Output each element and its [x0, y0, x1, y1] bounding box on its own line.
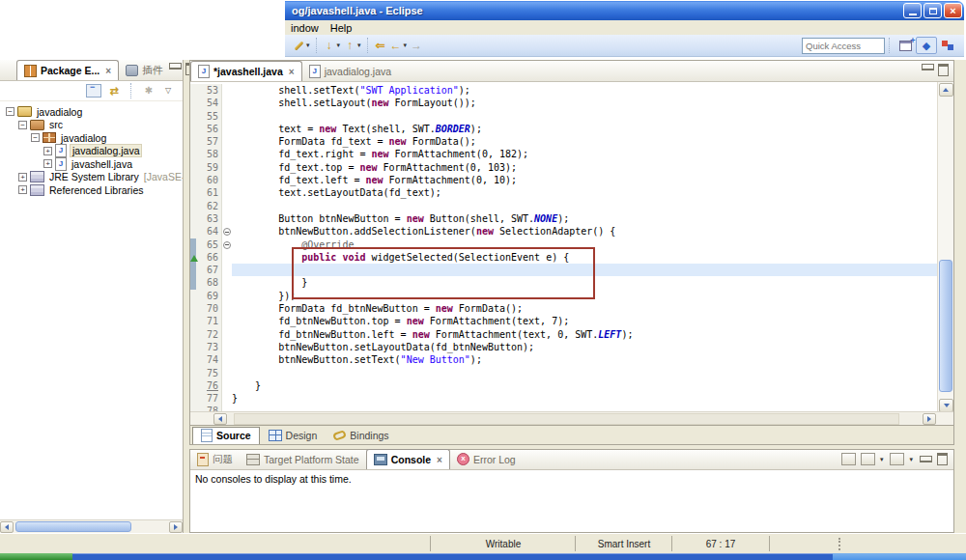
tab-design[interactable]: Design	[261, 427, 326, 444]
code-line[interactable]: 61 text.setLayoutData(fd_text);	[190, 186, 937, 199]
code-line[interactable]: 59 fd_text.top = new FormAttachment(0, 1…	[190, 161, 937, 174]
scroll-left-icon[interactable]	[0, 521, 14, 533]
tab-package-explorer[interactable]: Package E... ×	[16, 60, 119, 80]
maximize-editor-icon[interactable]	[938, 64, 949, 76]
code-line[interactable]: 73 btnNewButton.setLayoutData(fd_btnNewB…	[190, 341, 937, 353]
scroll-left-icon[interactable]	[213, 413, 227, 425]
tab-bindings[interactable]: Bindings	[326, 427, 396, 444]
code-editor[interactable]: 53 shell.setText("SWT Application");54 s…	[190, 82, 953, 411]
dropdown-caret-icon[interactable]: ▾	[357, 42, 361, 49]
tab-target-platform-state[interactable]: Target Platform State	[240, 449, 366, 469]
start-button-edge[interactable]	[0, 553, 72, 560]
pin-console-icon[interactable]	[841, 453, 856, 465]
code-text[interactable]	[232, 110, 937, 123]
editor-hscrollbar[interactable]	[190, 411, 953, 425]
code-line[interactable]: 63 Button btnNewButton = new Button(shel…	[190, 212, 937, 225]
collapse-icon[interactable]: −	[31, 133, 40, 142]
maximize-view-icon[interactable]	[937, 453, 948, 465]
collapse-region-icon[interactable]	[223, 241, 231, 249]
code-text[interactable]: shell.setLayout(new FormLayout());	[232, 97, 937, 109]
scroll-right-icon[interactable]	[923, 413, 936, 425]
menu-help[interactable]: Help	[325, 22, 358, 34]
tree-item[interactable]: +Jjavashell.java	[0, 157, 183, 171]
code-text[interactable]	[232, 405, 937, 411]
dropdown-caret-icon[interactable]: ▾	[306, 42, 310, 49]
scroll-up-icon[interactable]	[939, 83, 953, 97]
open-console-icon[interactable]	[890, 453, 904, 465]
collapse-all-icon[interactable]	[86, 84, 101, 98]
close-tab-icon[interactable]: ×	[437, 455, 442, 465]
dropdown-caret-icon[interactable]: ▾	[337, 42, 341, 49]
code-line[interactable]: 62	[190, 200, 937, 212]
vscroll-thumb[interactable]	[939, 260, 952, 392]
code-text[interactable]: text.setLayoutData(fd_text);	[232, 186, 937, 199]
view-menu-icon[interactable]: ▽	[161, 85, 175, 97]
windows-taskbar[interactable]	[0, 553, 966, 560]
last-edit-location-icon[interactable]	[291, 38, 306, 53]
hscroll-thumb[interactable]	[15, 521, 131, 532]
code-line[interactable]: 70 FormData fd_btnNewButton = new FormDa…	[190, 302, 937, 315]
tab-javadialog[interactable]: J javadialog.java	[302, 61, 398, 81]
code-line[interactable]: 54 shell.setLayout(new FormLayout());	[190, 97, 937, 109]
quick-access-input[interactable]	[802, 38, 885, 54]
code-line[interactable]: 72 fd_btnNewButton.left = new FormAttach…	[190, 328, 937, 341]
expand-icon[interactable]: +	[18, 173, 27, 182]
collapse-icon[interactable]: −	[18, 121, 27, 129]
code-line[interactable]: 71 fd_btnNewButton.top = new FormAttachm…	[190, 315, 937, 327]
display-selected-console-icon[interactable]	[861, 453, 875, 465]
code-line[interactable]: 60 fd_text.left = new FormAttachment(0, …	[190, 174, 937, 186]
code-text[interactable]: text = new Text(shell, SWT.BORDER);	[232, 123, 937, 135]
tree-item[interactable]: +Jjavadialog.java	[0, 145, 183, 158]
editor-vscrollbar[interactable]	[937, 82, 953, 411]
next-annotation-icon[interactable]: ↓	[322, 38, 337, 53]
code-text[interactable]: fd_text.right = new FormAttachment(0, 18…	[232, 148, 937, 160]
back-icon[interactable]: ←	[388, 38, 404, 53]
minimize-editor-icon[interactable]	[922, 64, 934, 70]
link-with-editor-icon[interactable]: ⇄	[107, 85, 121, 97]
code-line[interactable]: 76 }	[190, 379, 937, 392]
back-history-icon[interactable]: ⇐	[373, 38, 388, 53]
focus-icon[interactable]: ✱	[142, 85, 156, 97]
code-line[interactable]: 64 btnNewButton.addSelectionListener(new…	[190, 225, 937, 238]
code-text[interactable]: }	[232, 379, 937, 392]
code-line[interactable]: 56 text = new Text(shell, SWT.BORDER);	[190, 123, 937, 135]
forward-icon[interactable]: →	[409, 38, 424, 53]
tree-item[interactable]: −javadialog	[0, 105, 183, 119]
tree-item[interactable]: −javadialog	[0, 131, 183, 145]
previous-annotation-icon[interactable]: ↑	[342, 38, 357, 53]
window-titlebar[interactable]: og/javashell.java - Eclipse ×	[285, 1, 964, 20]
code-line[interactable]: 78	[190, 405, 937, 411]
javaee-perspective-button[interactable]	[937, 37, 958, 54]
open-perspective-button[interactable]	[895, 37, 916, 54]
tree-item[interactable]: +Referenced Libraries	[0, 183, 183, 197]
code-text[interactable]: btnNewButton.setLayoutData(fd_btnNewButt…	[232, 341, 937, 353]
tab-source[interactable]: Source	[192, 427, 260, 444]
dropdown-caret-icon[interactable]: ▾	[880, 456, 884, 463]
code-text[interactable]	[232, 200, 937, 212]
expand-icon[interactable]: +	[18, 185, 27, 194]
code-text[interactable]: btnNewButton.addSelectionListener(new Se…	[232, 225, 937, 238]
code-text[interactable]: FormData fd_btnNewButton = new FormData(…	[232, 302, 937, 315]
fold-margin[interactable]	[222, 225, 232, 238]
code-text[interactable]: FormData fd_text = new FormData();	[232, 135, 937, 148]
minimize-view-icon[interactable]	[920, 456, 932, 462]
code-text[interactable]: Button btnNewButton = new Button(shell, …	[232, 212, 937, 225]
code-text[interactable]: shell.setText("SWT Application");	[232, 84, 937, 97]
code-line[interactable]: 58 fd_text.right = new FormAttachment(0,…	[190, 148, 937, 160]
code-line[interactable]: 55	[190, 110, 937, 123]
code-line[interactable]: 53 shell.setText("SWT Application");	[190, 84, 937, 97]
close-tab-icon[interactable]: ×	[289, 67, 295, 77]
statusbar-handle-icon[interactable]	[838, 538, 842, 550]
menu-window[interactable]: indow	[285, 22, 325, 34]
code-line[interactable]: 57 FormData fd_text = new FormData();	[190, 135, 937, 148]
dropdown-caret-icon[interactable]: ▾	[404, 42, 408, 49]
minimize-view-icon[interactable]	[169, 63, 182, 70]
expand-icon[interactable]: +	[43, 159, 52, 168]
tree-item[interactable]: −src	[0, 119, 183, 132]
minimize-button[interactable]	[903, 3, 922, 18]
tab-problems[interactable]: 问题	[190, 449, 240, 469]
tab-plugin[interactable]: 插件	[119, 60, 169, 80]
tree-item[interactable]: +JRE System Library[JavaSE-1.	[0, 171, 183, 184]
collapse-region-icon[interactable]	[223, 228, 231, 236]
code-text[interactable]: fd_text.top = new FormAttachment(0, 103)…	[232, 161, 937, 174]
